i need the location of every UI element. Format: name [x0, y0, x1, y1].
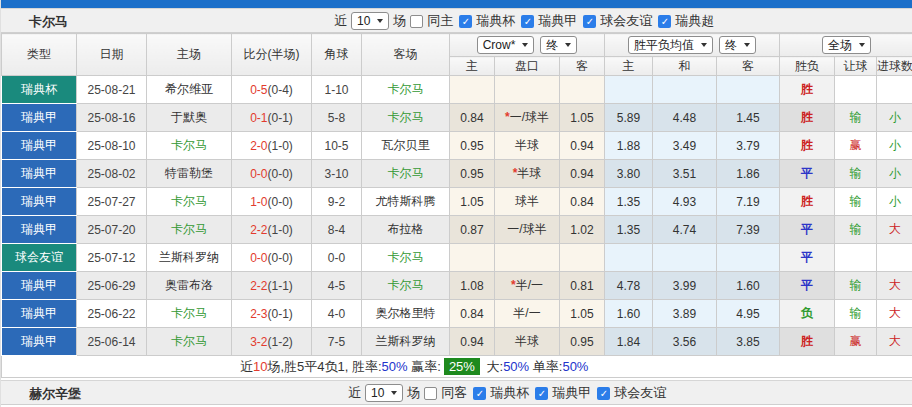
- score-halftime: (1-1): [268, 279, 293, 293]
- handicap-result: 赢: [835, 132, 877, 160]
- summary-single-label: 单率:: [529, 359, 562, 374]
- result: 胜: [780, 76, 835, 104]
- corners: 3-10: [312, 160, 362, 188]
- league-checkbox-2[interactable]: ✓: [583, 15, 596, 28]
- recent-count-select[interactable]: 10: [365, 384, 403, 402]
- handicap-result: 输: [835, 300, 877, 328]
- score-halftime: (1-0): [268, 139, 293, 153]
- odds-away: 1.05: [560, 104, 605, 132]
- fulltime-select[interactable]: 全场: [822, 36, 871, 54]
- avg-draw: [653, 76, 717, 104]
- avg-draw: 4.93: [653, 188, 717, 216]
- goals-total: 小: [877, 160, 912, 188]
- result: 负: [780, 300, 835, 328]
- home-team: 奥雷布洛: [147, 272, 232, 300]
- avg-draw: 4.48: [653, 104, 717, 132]
- near-label: 近: [348, 384, 361, 402]
- avg-home: 1.35: [605, 188, 653, 216]
- score: 2-3(0-1): [232, 300, 312, 328]
- avg-home: 1.88: [605, 132, 653, 160]
- score: 2-2(1-0): [232, 216, 312, 244]
- league-badge: 瑞典甲: [2, 132, 77, 160]
- recent-count-value: 10: [357, 14, 370, 28]
- chevron-down-icon: [391, 391, 397, 395]
- home-team: 希尔维亚: [147, 76, 232, 104]
- handicap: [495, 76, 560, 104]
- subcol-handicap-result: 让球: [835, 57, 877, 76]
- league-badge: 瑞典甲: [2, 328, 77, 356]
- summary-row: 近10场,胜5平4负1, 胜率:50% 赢率:25% 大:50% 单率:50%: [2, 356, 912, 378]
- odds-time-select[interactable]: 终: [540, 36, 577, 54]
- league-checkbox-label-0: 瑞典杯: [476, 12, 515, 30]
- result: 胜: [780, 132, 835, 160]
- avg-away: [717, 244, 780, 272]
- league-badge: 瑞典杯: [2, 76, 77, 104]
- league-badge: 瑞典甲: [2, 272, 77, 300]
- chevron-down-icon: [522, 43, 528, 47]
- score-halftime: (1-0): [268, 223, 293, 237]
- summary-asia-label: 赢率:: [408, 359, 441, 374]
- avg-draw: 3.89: [653, 300, 717, 328]
- avg-away: [717, 76, 780, 104]
- away-team: 兰斯科罗纳: [362, 328, 450, 356]
- league-checkbox-1[interactable]: ✓: [535, 387, 548, 400]
- home-team: 卡尔马: [147, 216, 232, 244]
- home-team: 卡尔马: [147, 132, 232, 160]
- handicap: 半球: [495, 132, 560, 160]
- handicap-result: 输: [835, 160, 877, 188]
- result: 胜: [780, 104, 835, 132]
- handicap-star: *: [505, 110, 510, 124]
- score-halftime: (1-2): [268, 335, 293, 349]
- score: 0-1(0-1): [232, 104, 312, 132]
- table-row: 瑞典甲25-08-02特雷勒堡0-0(0-0)3-10卡尔马0.95*半球0.9…: [2, 160, 912, 188]
- result: 平: [780, 216, 835, 244]
- col-header-type: 类型: [2, 34, 77, 76]
- corners: 5-8: [312, 104, 362, 132]
- corners: 4-0: [312, 300, 362, 328]
- away-team: 瓦尔贝里: [362, 132, 450, 160]
- odds-time-select-value: 终: [546, 37, 558, 54]
- score: 3-2(1-2): [232, 328, 312, 356]
- avg-away: 1.86: [717, 160, 780, 188]
- match-date: 25-08-16: [77, 104, 147, 132]
- avg-draw: 3.56: [653, 328, 717, 356]
- subcol-goals: 进球数: [877, 57, 912, 76]
- match-date: 25-08-21: [77, 76, 147, 104]
- subcol-handicap: 盘口: [495, 57, 560, 76]
- league-checkbox-label-2: 球会友谊: [600, 12, 652, 30]
- league-checkbox-1[interactable]: ✓: [521, 15, 534, 28]
- handicap: 半球: [495, 328, 560, 356]
- avg-home: [605, 76, 653, 104]
- team-section-header-bottom: 赫尔辛堡 近10场同客✓瑞典杯✓瑞典甲✓球会友谊: [1, 380, 912, 405]
- same-venue-checkbox[interactable]: [410, 15, 423, 28]
- odds-away: 1.05: [560, 300, 605, 328]
- odds-home: 0.87: [450, 216, 495, 244]
- home-team: 卡尔马: [147, 328, 232, 356]
- league-checkbox-label-1: 瑞典甲: [538, 12, 577, 30]
- odds-company-select[interactable]: Crow*: [477, 36, 535, 54]
- score-halftime: (0-1): [268, 111, 293, 125]
- goals-total: 小: [877, 188, 912, 216]
- avg-away: 3.85: [717, 328, 780, 356]
- summary-win-rate: 50%: [382, 359, 408, 374]
- odds-home: 0.94: [450, 328, 495, 356]
- league-checkbox-0[interactable]: ✓: [459, 15, 472, 28]
- avg-time-select-value: 终: [725, 37, 737, 54]
- near-label: 近: [334, 12, 347, 30]
- match-date: 25-08-10: [77, 132, 147, 160]
- league-checkbox-2[interactable]: ✓: [597, 387, 610, 400]
- col-header-home: 主场: [147, 34, 232, 76]
- away-team: 布拉格: [362, 216, 450, 244]
- away-team: 卡尔马: [362, 76, 450, 104]
- avg-odds-select[interactable]: 胜平负均值: [628, 36, 713, 54]
- goals-total: 大: [877, 300, 912, 328]
- same-venue-checkbox[interactable]: [424, 387, 437, 400]
- recent-count-value: 10: [371, 386, 384, 400]
- goals-total: 小: [877, 132, 912, 160]
- league-checkbox-3[interactable]: ✓: [658, 15, 671, 28]
- league-checkbox-0[interactable]: ✓: [473, 387, 486, 400]
- handicap-star: *: [513, 166, 518, 180]
- table-row: 瑞典杯25-08-21希尔维亚0-5(0-4)1-10卡尔马胜: [2, 76, 912, 104]
- recent-count-select[interactable]: 10: [351, 12, 389, 30]
- avg-time-select[interactable]: 终: [719, 36, 756, 54]
